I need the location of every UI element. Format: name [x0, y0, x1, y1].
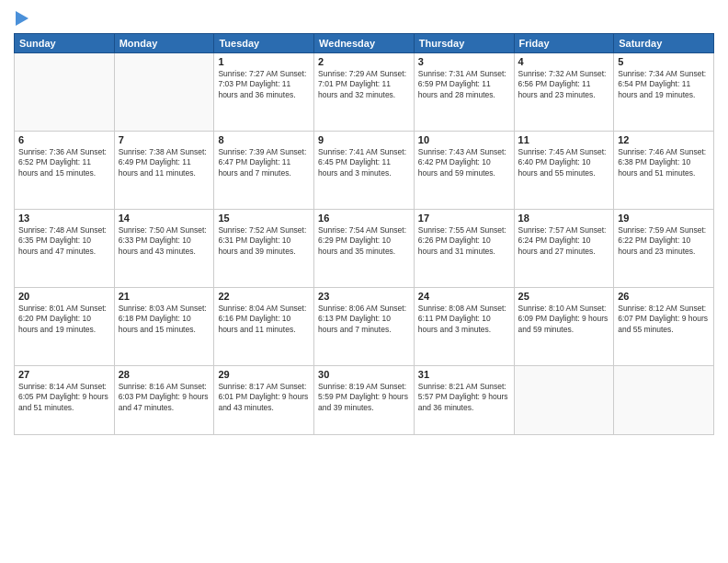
day-number: 13	[18, 213, 110, 224]
day-info: Sunrise: 7:57 AM Sunset: 6:24 PM Dayligh…	[518, 225, 610, 257]
header	[14, 9, 714, 26]
day-number: 22	[218, 291, 310, 302]
day-number: 6	[18, 134, 110, 145]
day-info: Sunrise: 7:34 AM Sunset: 6:54 PM Dayligh…	[618, 69, 710, 100]
day-info: Sunrise: 8:10 AM Sunset: 6:09 PM Dayligh…	[518, 304, 610, 335]
header-cell-thursday: Thursday	[414, 34, 514, 53]
week-row-3: 13Sunrise: 7:48 AM Sunset: 6:35 PM Dayli…	[15, 210, 714, 288]
day-info: Sunrise: 7:50 AM Sunset: 6:33 PM Dayligh…	[119, 225, 210, 257]
calendar-body: 1Sunrise: 7:27 AM Sunset: 7:03 PM Daylig…	[15, 53, 714, 435]
day-cell: 3Sunrise: 7:31 AM Sunset: 6:59 PM Daylig…	[414, 53, 514, 132]
day-number: 16	[318, 213, 410, 224]
week-row-2: 6Sunrise: 7:36 AM Sunset: 6:52 PM Daylig…	[15, 132, 714, 210]
day-info: Sunrise: 8:21 AM Sunset: 5:57 PM Dayligh…	[418, 382, 510, 413]
logo-arrow-icon	[16, 11, 28, 26]
day-info: Sunrise: 8:17 AM Sunset: 6:01 PM Dayligh…	[218, 382, 310, 413]
day-info: Sunrise: 8:08 AM Sunset: 6:11 PM Dayligh…	[418, 304, 510, 335]
day-info: Sunrise: 7:43 AM Sunset: 6:42 PM Dayligh…	[418, 147, 510, 178]
day-cell: 19Sunrise: 7:59 AM Sunset: 6:22 PM Dayli…	[614, 210, 714, 288]
header-cell-saturday: Saturday	[614, 34, 714, 53]
day-cell: 30Sunrise: 8:19 AM Sunset: 5:59 PM Dayli…	[314, 366, 415, 435]
day-cell: 17Sunrise: 7:55 AM Sunset: 6:26 PM Dayli…	[414, 210, 514, 288]
day-number: 29	[218, 369, 310, 380]
day-cell: 12Sunrise: 7:46 AM Sunset: 6:38 PM Dayli…	[614, 132, 714, 210]
day-info: Sunrise: 7:48 AM Sunset: 6:35 PM Dayligh…	[18, 225, 110, 257]
header-cell-tuesday: Tuesday	[214, 34, 314, 53]
day-info: Sunrise: 7:36 AM Sunset: 6:52 PM Dayligh…	[18, 147, 110, 178]
week-row-1: 1Sunrise: 7:27 AM Sunset: 7:03 PM Daylig…	[15, 53, 714, 132]
day-cell: 21Sunrise: 8:03 AM Sunset: 6:18 PM Dayli…	[114, 288, 214, 366]
day-number: 18	[518, 213, 610, 224]
day-number: 9	[318, 134, 410, 145]
header-cell-friday: Friday	[514, 34, 614, 53]
day-info: Sunrise: 8:03 AM Sunset: 6:18 PM Dayligh…	[119, 304, 210, 335]
day-info: Sunrise: 8:16 AM Sunset: 6:03 PM Dayligh…	[119, 382, 210, 413]
week-row-4: 20Sunrise: 8:01 AM Sunset: 6:20 PM Dayli…	[15, 288, 714, 366]
header-cell-wednesday: Wednesday	[314, 34, 415, 53]
day-info: Sunrise: 8:04 AM Sunset: 6:16 PM Dayligh…	[218, 304, 310, 335]
day-info: Sunrise: 7:31 AM Sunset: 6:59 PM Dayligh…	[418, 69, 510, 100]
calendar-header: SundayMondayTuesdayWednesdayThursdayFrid…	[15, 34, 714, 53]
day-number: 28	[119, 369, 210, 380]
day-info: Sunrise: 7:39 AM Sunset: 6:47 PM Dayligh…	[218, 147, 310, 178]
day-number: 14	[119, 213, 210, 224]
day-info: Sunrise: 7:29 AM Sunset: 7:01 PM Dayligh…	[318, 69, 410, 100]
day-cell	[614, 366, 714, 435]
week-row-5: 27Sunrise: 8:14 AM Sunset: 6:05 PM Dayli…	[15, 366, 714, 435]
day-number: 5	[618, 56, 710, 67]
day-info: Sunrise: 7:27 AM Sunset: 7:03 PM Dayligh…	[218, 69, 310, 100]
day-number: 21	[119, 291, 210, 302]
day-number: 12	[618, 134, 710, 145]
day-info: Sunrise: 7:46 AM Sunset: 6:38 PM Dayligh…	[618, 147, 710, 178]
day-number: 1	[218, 56, 310, 67]
day-cell: 5Sunrise: 7:34 AM Sunset: 6:54 PM Daylig…	[614, 53, 714, 132]
day-number: 17	[418, 213, 510, 224]
day-number: 2	[318, 56, 410, 67]
day-cell: 20Sunrise: 8:01 AM Sunset: 6:20 PM Dayli…	[15, 288, 115, 366]
day-cell: 29Sunrise: 8:17 AM Sunset: 6:01 PM Dayli…	[214, 366, 314, 435]
day-cell: 13Sunrise: 7:48 AM Sunset: 6:35 PM Dayli…	[15, 210, 115, 288]
day-cell: 28Sunrise: 8:16 AM Sunset: 6:03 PM Dayli…	[114, 366, 214, 435]
day-cell	[114, 53, 214, 132]
day-cell	[514, 366, 614, 435]
day-cell	[15, 53, 115, 132]
day-cell: 1Sunrise: 7:27 AM Sunset: 7:03 PM Daylig…	[214, 53, 314, 132]
day-number: 20	[18, 291, 110, 302]
day-number: 26	[618, 291, 710, 302]
day-cell: 23Sunrise: 8:06 AM Sunset: 6:13 PM Dayli…	[314, 288, 415, 366]
day-number: 8	[218, 134, 310, 145]
day-number: 31	[418, 369, 510, 380]
header-row: SundayMondayTuesdayWednesdayThursdayFrid…	[15, 34, 714, 53]
day-info: Sunrise: 7:55 AM Sunset: 6:26 PM Dayligh…	[418, 225, 510, 257]
day-info: Sunrise: 7:41 AM Sunset: 6:45 PM Dayligh…	[318, 147, 410, 178]
day-cell: 8Sunrise: 7:39 AM Sunset: 6:47 PM Daylig…	[214, 132, 314, 210]
day-cell: 26Sunrise: 8:12 AM Sunset: 6:07 PM Dayli…	[614, 288, 714, 366]
day-info: Sunrise: 7:32 AM Sunset: 6:56 PM Dayligh…	[518, 69, 610, 100]
day-info: Sunrise: 7:59 AM Sunset: 6:22 PM Dayligh…	[618, 225, 710, 257]
day-cell: 24Sunrise: 8:08 AM Sunset: 6:11 PM Dayli…	[414, 288, 514, 366]
day-info: Sunrise: 8:06 AM Sunset: 6:13 PM Dayligh…	[318, 304, 410, 335]
header-cell-sunday: Sunday	[15, 34, 115, 53]
day-cell: 31Sunrise: 8:21 AM Sunset: 5:57 PM Dayli…	[414, 366, 514, 435]
day-number: 15	[218, 213, 310, 224]
day-number: 30	[318, 369, 410, 380]
day-info: Sunrise: 8:01 AM Sunset: 6:20 PM Dayligh…	[18, 304, 110, 335]
day-cell: 15Sunrise: 7:52 AM Sunset: 6:31 PM Dayli…	[214, 210, 314, 288]
day-info: Sunrise: 8:14 AM Sunset: 6:05 PM Dayligh…	[18, 382, 110, 413]
day-number: 7	[119, 134, 210, 145]
day-cell: 2Sunrise: 7:29 AM Sunset: 7:01 PM Daylig…	[314, 53, 415, 132]
day-number: 11	[518, 134, 610, 145]
day-number: 23	[318, 291, 410, 302]
day-info: Sunrise: 7:52 AM Sunset: 6:31 PM Dayligh…	[218, 225, 310, 257]
logo	[14, 9, 28, 26]
day-number: 10	[418, 134, 510, 145]
day-cell: 7Sunrise: 7:38 AM Sunset: 6:49 PM Daylig…	[114, 132, 214, 210]
header-cell-monday: Monday	[114, 34, 214, 53]
day-cell: 9Sunrise: 7:41 AM Sunset: 6:45 PM Daylig…	[314, 132, 415, 210]
day-number: 19	[618, 213, 710, 224]
day-cell: 25Sunrise: 8:10 AM Sunset: 6:09 PM Dayli…	[514, 288, 614, 366]
day-cell: 27Sunrise: 8:14 AM Sunset: 6:05 PM Dayli…	[15, 366, 115, 435]
day-cell: 6Sunrise: 7:36 AM Sunset: 6:52 PM Daylig…	[15, 132, 115, 210]
day-number: 27	[18, 369, 110, 380]
day-info: Sunrise: 7:45 AM Sunset: 6:40 PM Dayligh…	[518, 147, 610, 178]
